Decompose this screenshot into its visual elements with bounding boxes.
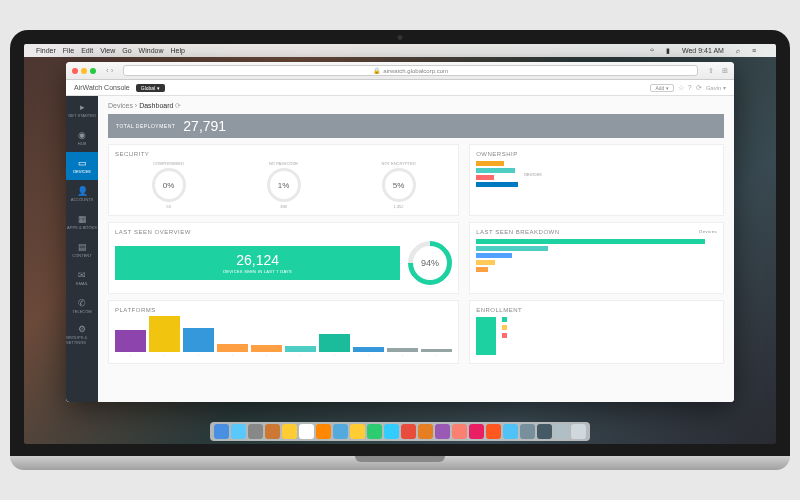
dock-app-icon[interactable] (401, 424, 416, 439)
bar-fill (251, 345, 282, 352)
dock-app-icon[interactable] (452, 424, 467, 439)
menubar-item[interactable]: Edit (81, 47, 93, 54)
clock[interactable]: Wed 9:41 AM (682, 47, 724, 54)
dock-app-icon[interactable] (265, 424, 280, 439)
dock-app-icon[interactable] (231, 424, 246, 439)
battery-icon[interactable]: ▮ (666, 47, 670, 55)
tabs-icon[interactable]: ⊞ (722, 67, 728, 75)
menubar-item[interactable]: File (63, 47, 74, 54)
star-icon[interactable]: ☆ (678, 84, 684, 92)
forward-button[interactable]: › (111, 66, 114, 75)
menubar-item[interactable]: Help (170, 47, 184, 54)
sidebar-item-apps-books[interactable]: ▦APPS & BOOKS (66, 208, 98, 236)
dock-app-icon[interactable] (520, 424, 535, 439)
sidebar-item-accounts[interactable]: 👤ACCOUNTS (66, 180, 98, 208)
minimize-button[interactable] (81, 68, 87, 74)
menu-icon[interactable]: ≡ (752, 47, 756, 54)
donut-chart: 1% (267, 168, 301, 202)
sidebar-label: CONTENT (72, 253, 91, 258)
add-button[interactable]: Add ▾ (650, 84, 673, 92)
dock-app-icon[interactable] (503, 424, 518, 439)
lastseen-card: LAST SEEN OVERVIEW 26,124 DEVICES SEEN I… (108, 222, 459, 294)
sidebar-icon: 👤 (77, 186, 87, 196)
menubar-app[interactable]: Finder (36, 47, 56, 54)
lastseen-pct: 94% (421, 258, 439, 268)
desktop: Finder File Edit View Go Window Help ⌔ ▮… (24, 44, 776, 444)
refresh-icon[interactable]: ⟳ (696, 84, 702, 92)
bar-label: ▫ (402, 353, 403, 357)
dock-app-icon[interactable] (282, 424, 297, 439)
sidebar-item-email[interactable]: ✉EMAIL (66, 264, 98, 292)
platform-bar: ▫ (183, 328, 214, 357)
platform-bar: ▫ (115, 330, 146, 357)
bar-fill (387, 348, 418, 352)
sidebar-item-get-started[interactable]: ▸GET STARTED (66, 96, 98, 124)
legend-item (502, 325, 507, 331)
breakdown-bar (476, 246, 548, 251)
sidebar-item-telecom[interactable]: ✆TELECOM (66, 292, 98, 320)
platform-bar: ▫ (319, 334, 350, 357)
sidebar-icon: ▸ (77, 102, 87, 112)
bar-label: ▫ (368, 353, 369, 357)
sidebar-item-hub[interactable]: ◉HUB (66, 124, 98, 152)
url-bar[interactable]: 🔒 airwatch.globalcorp.com (123, 65, 698, 76)
platform-bar: ▫ (149, 316, 180, 357)
sidebar-item-devices[interactable]: ▭DEVICES (66, 152, 98, 180)
platforms-card: PLATFORMS ▫▫▫▫▫▫▫▫▫▫ (108, 300, 459, 364)
wifi-icon[interactable]: ⌔ (650, 47, 654, 54)
bar-fill (149, 316, 180, 352)
bar-fill (115, 330, 146, 352)
security-metric: COMPROMISED0%53 (152, 161, 186, 209)
screen-bezel: Finder File Edit View Go Window Help ⌔ ▮… (10, 30, 790, 456)
metric-sub: 398 (267, 204, 301, 209)
ownership-legend: DEVICES (524, 172, 542, 177)
dock-app-icon[interactable] (367, 424, 382, 439)
ownership-bar (476, 175, 494, 180)
console: AirWatch Console Global ▾ Add ▾ ☆ ? ⟳ Ga… (66, 80, 734, 402)
dock-app-icon[interactable] (435, 424, 450, 439)
menubar-item[interactable]: Go (122, 47, 131, 54)
menubar-item[interactable]: Window (139, 47, 164, 54)
dock-app-icon[interactable] (554, 424, 569, 439)
dock-app-icon[interactable] (384, 424, 399, 439)
menubar-item[interactable]: View (100, 47, 115, 54)
help-icon[interactable]: ? (688, 84, 692, 91)
bar-fill (183, 328, 214, 352)
bar-fill (421, 349, 452, 352)
platform-bar: ▫ (217, 344, 248, 357)
bar-fill (319, 334, 350, 352)
metric-label: NO PASSCODE (267, 161, 301, 166)
breadcrumb-parent[interactable]: Devices (108, 102, 133, 109)
dock-app-icon[interactable] (299, 424, 314, 439)
dock-app-icon[interactable] (571, 424, 586, 439)
ownership-card: OWNERSHIP DEVICES (469, 144, 724, 216)
back-button[interactable]: ‹ (106, 66, 109, 75)
dock-app-icon[interactable] (350, 424, 365, 439)
maximize-button[interactable] (90, 68, 96, 74)
sidebar-item-groups-settings[interactable]: ⚙GROUPS & SETTINGS (66, 320, 98, 348)
total-deployment: TOTAL DEPLOYMENT 27,791 (108, 114, 724, 138)
sidebar-label: DEVICES (73, 169, 91, 174)
dock-app-icon[interactable] (333, 424, 348, 439)
sidebar-item-content[interactable]: ▤CONTENT (66, 236, 98, 264)
enrollment-card: ENROLLMENT (469, 300, 724, 364)
refresh-icon[interactable]: ⟳ (175, 102, 181, 109)
close-button[interactable] (72, 68, 78, 74)
platform-bar: ▫ (387, 348, 418, 357)
ownership-bar (476, 161, 504, 166)
org-selector[interactable]: Global ▾ (136, 84, 165, 92)
user-menu[interactable]: Gavin ▾ (706, 84, 726, 91)
search-icon[interactable]: ⌕ (736, 47, 740, 54)
dock-app-icon[interactable] (537, 424, 552, 439)
dock-app-icon[interactable] (316, 424, 331, 439)
bar-label: ▫ (436, 353, 437, 357)
dock-app-icon[interactable] (248, 424, 263, 439)
dock-app-icon[interactable] (214, 424, 229, 439)
dock-app-icon[interactable] (486, 424, 501, 439)
share-icon[interactable]: ⇪ (708, 67, 714, 75)
dock-app-icon[interactable] (469, 424, 484, 439)
enrollment-bar (476, 317, 496, 355)
dock-app-icon[interactable] (418, 424, 433, 439)
donut-chart: 0% (152, 168, 186, 202)
donut-chart: 5% (382, 168, 416, 202)
